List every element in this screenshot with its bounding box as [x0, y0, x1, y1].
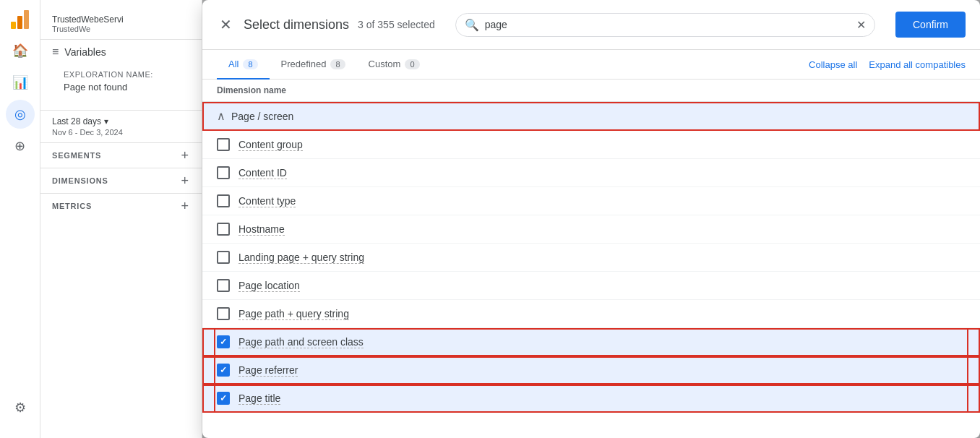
table-row[interactable]: Page location — [202, 272, 980, 300]
group-header-page-screen[interactable]: ∧ Page / screen — [202, 102, 980, 131]
checkbox-page-path-screen-class[interactable] — [217, 335, 230, 348]
table-row[interactable]: Page title — [202, 385, 980, 413]
bar-chart-icon: 📊 — [12, 74, 28, 90]
checkbox-page-location[interactable] — [217, 279, 230, 292]
left-nav-sidebar: 🏠 📊 ◎ ⊕ ⚙ — [0, 0, 40, 438]
dim-label-content-id: Content ID — [238, 167, 287, 179]
main-sidebar: TrustedWebeServi TrustedWe ≡ Variables E… — [40, 0, 202, 438]
variables-label: Variables — [64, 46, 106, 58]
tab-actions: Collapse all Expand all compatibles — [809, 59, 966, 70]
search-icon: 🔍 — [465, 18, 479, 32]
nav-home[interactable]: 🏠 — [6, 36, 35, 65]
table-row[interactable]: Page path and screen class — [202, 328, 980, 356]
settings-icon: ⚙ — [14, 400, 26, 416]
tab-custom-badge: 0 — [405, 59, 419, 69]
logo-bars — [11, 9, 29, 29]
dimensions-section: DIMENSIONS + — [40, 168, 202, 193]
table-row[interactable]: Content group — [202, 131, 980, 159]
checkbox-landing-page[interactable] — [217, 251, 230, 264]
add-metric-button[interactable]: + — [179, 199, 190, 212]
main-content-area: ✕ Select dimensions 3 of 355 selected 🔍 … — [202, 0, 980, 438]
date-range-label: Last 28 days ▾ — [52, 116, 190, 126]
date-range-value: Nov 6 - Dec 3, 2024 — [52, 128, 190, 137]
checkbox-content-group[interactable] — [217, 138, 230, 151]
dim-label-page-referrer: Page referrer — [238, 364, 298, 377]
close-icon: ✕ — [220, 17, 232, 33]
table-row[interactable]: Landing page + query string — [202, 244, 980, 272]
checkbox-page-path-query[interactable] — [217, 307, 230, 320]
segments-label: SEGMENTS — [52, 151, 101, 160]
tab-custom-label: Custom — [369, 59, 401, 69]
dim-label-landing-page: Landing page + query string — [238, 252, 364, 264]
confirm-button[interactable]: Confirm — [895, 12, 966, 38]
expand-all-link[interactable]: Expand all compatibles — [869, 59, 966, 70]
dimensions-header: DIMENSIONS + — [52, 174, 190, 187]
left-sidebar-bottom: ⚙ — [0, 392, 40, 432]
tab-all[interactable]: All 8 — [217, 50, 270, 80]
collapse-all-link[interactable]: Collapse all — [809, 59, 857, 70]
home-icon: 🏠 — [12, 43, 28, 59]
account-info: TrustedWebeServi TrustedWe — [52, 14, 190, 33]
checkbox-hostname[interactable] — [217, 223, 230, 236]
tab-predefined-label: Predefined — [281, 59, 327, 69]
checkbox-content-type[interactable] — [217, 194, 230, 207]
logo-bar-2 — [17, 16, 22, 29]
logo-bar-3 — [24, 10, 29, 29]
explore-icon: ◎ — [14, 106, 26, 122]
add-segment-button[interactable]: + — [179, 149, 190, 162]
search-clear-button[interactable]: ✕ — [856, 18, 866, 32]
dim-label-page-title: Page title — [238, 392, 280, 405]
search-input[interactable] — [485, 19, 851, 30]
exploration-name-value: Page not found — [52, 80, 190, 101]
modal-overlay: ✕ Select dimensions 3 of 355 selected 🔍 … — [202, 0, 980, 438]
group-title: Page / screen — [231, 111, 293, 122]
dim-label-content-type: Content type — [238, 195, 296, 207]
add-dimension-button[interactable]: + — [179, 174, 190, 187]
dim-label-page-path-screen-class: Page path and screen class — [238, 336, 364, 348]
logo-bar-1 — [11, 22, 16, 29]
nav-reports[interactable]: 📊 — [6, 68, 35, 97]
variables-header: ≡ Variables — [40, 40, 202, 67]
modal-body[interactable]: ∧ Page / screen Content group Content ID — [202, 102, 980, 438]
tab-all-badge: 8 — [243, 59, 257, 69]
checkbox-content-id[interactable] — [217, 166, 230, 179]
tab-all-label: All — [228, 59, 238, 69]
dimension-name-column-header: Dimension name — [202, 80, 980, 102]
table-row[interactable]: Hostname — [202, 215, 980, 244]
advertising-icon: ⊕ — [14, 138, 25, 154]
dim-label-hostname: Hostname — [238, 223, 285, 236]
variables-icon: ≡ — [52, 46, 59, 59]
select-dimensions-modal: ✕ Select dimensions 3 of 355 selected 🔍 … — [202, 0, 980, 438]
nav-settings[interactable]: ⚙ — [6, 393, 35, 422]
modal-selection-count: 3 of 355 selected — [358, 19, 435, 30]
checkbox-page-title[interactable] — [217, 392, 230, 405]
table-row[interactable]: Content type — [202, 187, 980, 215]
analytics-logo — [11, 9, 29, 29]
date-range-section[interactable]: Last 28 days ▾ Nov 6 - Dec 3, 2024 — [40, 110, 202, 142]
modal-header: ✕ Select dimensions 3 of 355 selected 🔍 … — [202, 0, 980, 50]
table-row[interactable]: Page referrer — [202, 356, 980, 385]
segments-header: SEGMENTS + — [52, 149, 190, 162]
table-row[interactable]: Page path + query string — [202, 300, 980, 328]
metrics-label: METRICS — [52, 202, 92, 210]
chevron-icon: ∧ — [217, 109, 225, 123]
account-name: TrustedWebeServi — [52, 14, 190, 25]
chevron-down-icon: ▾ — [104, 116, 108, 126]
exploration-name-section: EXPLORATION NAME: Page not found — [40, 67, 202, 110]
nav-explore[interactable]: ◎ — [6, 100, 35, 129]
table-row[interactable]: Content ID — [202, 159, 980, 187]
checkbox-page-referrer[interactable] — [217, 364, 230, 377]
modal-title: Select dimensions — [244, 17, 349, 33]
tab-predefined[interactable]: Predefined 8 — [270, 50, 357, 80]
segments-section: SEGMENTS + — [40, 142, 202, 168]
account-sub: TrustedWe — [52, 25, 190, 33]
checked-dimensions-group: Page path and screen class Page referrer… — [202, 328, 980, 413]
dim-label-page-location: Page location — [238, 280, 300, 292]
metrics-section: METRICS + — [40, 193, 202, 218]
modal-close-button[interactable]: ✕ — [217, 13, 235, 36]
modal-search-box[interactable]: 🔍 ✕ — [455, 13, 875, 37]
nav-advertising[interactable]: ⊕ — [6, 132, 35, 160]
tab-custom[interactable]: Custom 0 — [357, 50, 431, 80]
exploration-name-label: EXPLORATION NAME: — [52, 67, 190, 80]
dim-label-content-group: Content group — [238, 139, 303, 151]
